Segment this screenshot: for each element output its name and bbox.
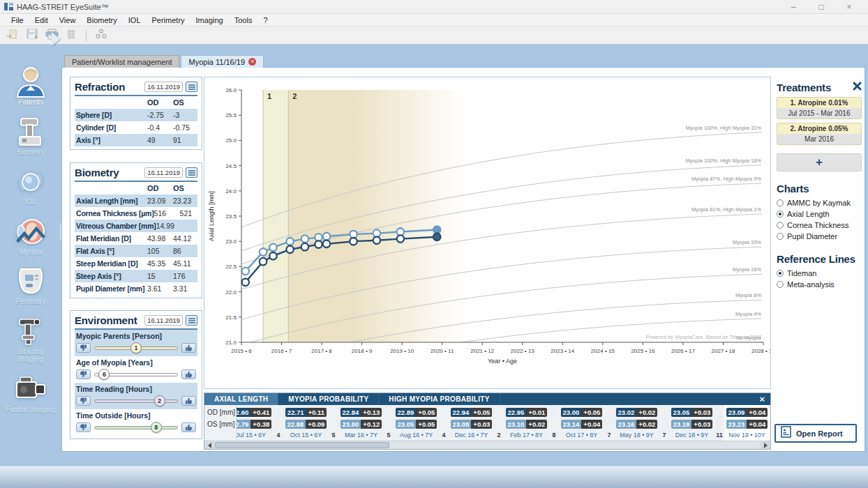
thumbs-down-button[interactable] (76, 343, 91, 353)
sidebar-item-patients[interactable]: Patients (3, 66, 59, 107)
thumbs-up-button[interactable] (181, 369, 196, 379)
menu-item-tools[interactable]: Tools (229, 15, 258, 25)
scroll-right-arrow-icon[interactable] (761, 441, 770, 449)
thumbs-up-button[interactable] (181, 422, 196, 432)
slider-control[interactable]: 2 (76, 395, 196, 406)
charts-group-title: Charts (777, 183, 862, 195)
menu-item-imaging[interactable]: Imaging (190, 15, 229, 25)
measurement-column[interactable]: 22.84+0.1323.00+0.12Mar 16 • 7Y (338, 405, 384, 441)
sidebar-item-fundus-imaging[interactable]: Fundus Imaging (3, 373, 59, 414)
toolbar-delete-button[interactable] (63, 29, 80, 43)
row-label: Flat Meridian [D] (75, 234, 147, 243)
maximize-button[interactable]: □ (816, 2, 826, 12)
tab-myopia-11-16-19[interactable]: Myopia 11/16/19× (181, 55, 264, 68)
biometry-menu-button[interactable] (186, 167, 197, 178)
menu-item-file[interactable]: File (6, 15, 29, 25)
open-report-button[interactable]: Open Report (775, 424, 857, 443)
od-delta: +0.01 (526, 408, 547, 417)
close-button[interactable]: × (844, 2, 854, 12)
measurements-scrollbar[interactable] (204, 441, 770, 449)
chart-option-ammc-by-kaymak[interactable]: AMMC by Kaymak (777, 197, 862, 208)
menu-bar: FileEditViewBiometryIOLPerimetryImagingT… (0, 14, 868, 26)
toolbar-save-button[interactable] (24, 29, 40, 43)
measurement-column[interactable]: 22.95+0.0123.10+0.02Feb 17 • 8Y (504, 405, 549, 441)
sidebar-expand-arrow-icon[interactable] (52, 32, 60, 46)
thumbs-down-button[interactable] (76, 422, 91, 432)
scroll-left-arrow-icon[interactable] (204, 441, 214, 449)
sidebar-item-label: Myopia (20, 248, 42, 257)
menu-item-iol[interactable]: IOL (123, 15, 147, 25)
slitlamp-icon (14, 315, 47, 347)
reference-line-option-tideman[interactable]: Tideman (777, 268, 862, 279)
minimize-button[interactable]: – (788, 2, 798, 12)
measurement-column[interactable]: 23.05+0.0323.19+0.03Dec 18 • 9Y (669, 405, 714, 441)
menu-item-item[interactable]: ? (257, 15, 273, 25)
thumbs-down-button[interactable] (76, 369, 91, 379)
slider-value-bubble[interactable]: 6 (98, 369, 110, 380)
chart-option-pupil-diameter[interactable]: Pupil Diameter (777, 231, 862, 242)
biometry-row-axial-length-mm: Axial Length [mm]23.0923.23 (75, 195, 197, 207)
measurements-close-icon[interactable]: × (754, 394, 770, 404)
sidebar-item-label: IOL (25, 198, 36, 206)
environment-date-field[interactable]: 16.11.2019 (144, 315, 183, 326)
add-treatment-button[interactable]: + (777, 153, 862, 171)
slider-value-bubble[interactable]: 2 (154, 395, 165, 406)
measurement-column[interactable]: 22.89+0.0523.05+0.05Aug 16 • 7Y (394, 405, 439, 441)
measurements-tab-axial-length[interactable]: AXIAL LENGTH (204, 393, 278, 405)
sidebar-item-iol[interactable]: IOL (3, 165, 59, 206)
measurement-column[interactable]: 22.94+0.0523.08+0.03Dec 16 • 7Y (449, 405, 494, 441)
tab-close-icon[interactable]: × (248, 58, 256, 66)
myopia-icon (14, 215, 47, 247)
menu-item-edit[interactable]: Edit (29, 15, 54, 25)
menu-item-biometry[interactable]: Biometry (81, 15, 122, 25)
measurement-column[interactable]: 23.02+0.0223.16+0.02May 18 • 9Y (614, 405, 659, 441)
treatments-close-icon[interactable] (853, 81, 862, 93)
sidebar-item-slit-lamp-imaging[interactable]: Slit Lamp Imaging (3, 315, 59, 364)
environment-menu-button[interactable] (186, 315, 197, 326)
slider-value-bubble[interactable]: 1 (130, 342, 142, 353)
slider-track[interactable]: 1 (94, 342, 178, 353)
biometry-date-field[interactable]: 16.11.2019 (144, 167, 183, 178)
slider-track[interactable]: 2 (94, 395, 178, 406)
slider-control[interactable]: 1 (76, 342, 196, 353)
refraction-menu-button[interactable] (186, 82, 197, 92)
slider-track[interactable]: 6 (94, 369, 178, 380)
treatment-item-2[interactable]: 2. Atropine 0.05%Mar 2016 (777, 123, 862, 145)
sidebar-item-biometry[interactable]: Biometry (3, 116, 59, 157)
scrollbar-thumb[interactable] (215, 442, 389, 448)
os-value: 23.10 (506, 420, 527, 429)
chart-option-axial-length[interactable]: Axial Length (777, 208, 862, 220)
slider-control[interactable]: 8 (76, 422, 196, 433)
thumbs-up-button[interactable] (181, 343, 196, 353)
od-value: 23.00 (561, 408, 582, 417)
slider-control[interactable]: 6 (76, 369, 196, 380)
os-delta: +0.02 (636, 420, 657, 429)
treatment-item-1[interactable]: 1. Atropine 0.01%Jul 2015 - Mar 2016 (777, 97, 862, 119)
svg-text:2025 • 16: 2025 • 16 (631, 348, 654, 354)
thumbs-down-button[interactable] (76, 396, 91, 406)
slider-track[interactable]: 8 (94, 422, 178, 433)
os-delta: +0.02 (526, 420, 547, 429)
perimetry-icon (14, 265, 47, 297)
sidebar-item-perimetry[interactable]: Perimetry (3, 265, 59, 306)
chart-option-cornea-thickness[interactable]: Cornea Thickness (777, 220, 862, 231)
measurement-column[interactable]: 23.00+0.0523.14+0.04Oct 17 • 8Y (559, 405, 604, 441)
measurement-column[interactable]: 23.09+0.0423.23+0.04Nov 19 • 10Y (724, 405, 770, 441)
thumbs-up-button[interactable] (181, 396, 196, 406)
measurement-column[interactable]: 22.71+0.1122.88+0.09Oct 15 • 6Y (283, 405, 329, 441)
slider-value-bubble[interactable]: 8 (151, 422, 162, 433)
toolbar-link-button[interactable] (93, 29, 110, 43)
measurements-tab-myopia-probability[interactable]: MYOPIA PROBABILITY (278, 393, 379, 405)
menu-item-view[interactable]: View (54, 15, 82, 25)
interval-months: 11 (714, 405, 724, 441)
menu-item-perimetry[interactable]: Perimetry (147, 15, 190, 25)
toolbar-open-button[interactable] (4, 29, 21, 43)
reference-line-option-meta-analysis[interactable]: Meta-analysis (777, 279, 862, 290)
refraction-date-field[interactable]: 16.11.2019 (144, 82, 183, 92)
svg-text:25.5: 25.5 (225, 112, 237, 119)
sidebar-item-myopia[interactable]: Myopia (3, 215, 59, 257)
os-value: 23.00 (341, 420, 361, 429)
measurements-tab-high-myopia-probability[interactable]: HIGH MYOPIA PROBABILITY (379, 393, 500, 405)
tab-patient-worklist-management[interactable]: Patient/Worklist management (64, 55, 179, 68)
radio-icon (777, 281, 784, 288)
